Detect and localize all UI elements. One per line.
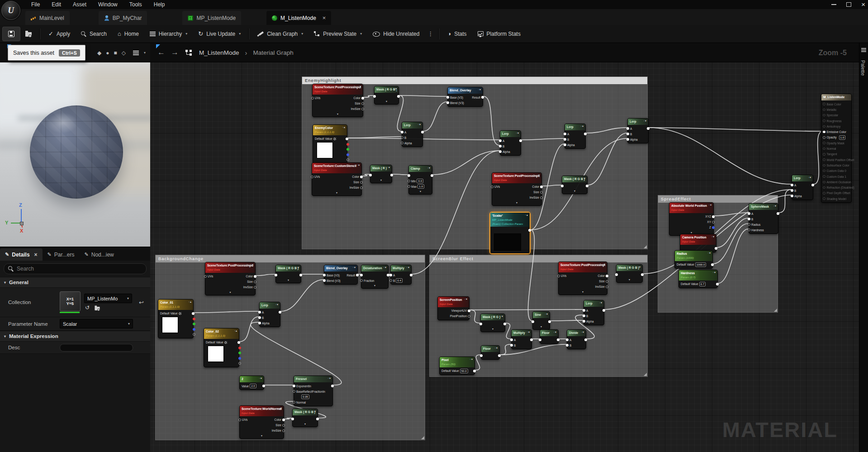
expand-caret-icon[interactable]: ▾	[533, 325, 550, 329]
collapse-down-icon[interactable]: ◦▾	[465, 297, 468, 300]
node-mask-r-g-b[interactable]: Mask ( R G B )◦▾▾	[562, 176, 588, 194]
menu-edit[interactable]: Edit	[46, 0, 67, 9]
close-icon[interactable]: ×	[34, 252, 38, 258]
pin[interactable]	[503, 323, 506, 325]
value-box[interactable]: 0.05	[301, 395, 309, 399]
collapse-down-icon[interactable]: ◦▾	[516, 131, 519, 134]
node-camera-position[interactable]: Camera Position◦▾Input Data	[680, 234, 716, 252]
toolbar-clean-graph-button[interactable]: Clean Graph▾	[252, 27, 308, 41]
node-lerp[interactable]: Lerp◦▾ABAlpha	[564, 124, 586, 149]
pin[interactable]	[238, 362, 241, 365]
pin[interactable]	[528, 229, 531, 232]
pin[interactable]	[557, 275, 560, 277]
node-mask-r-g-b[interactable]: Mask ( R G B )◦▾▾	[374, 86, 399, 105]
parameter-name-dropdown[interactable]: Scalar ▾	[60, 319, 133, 328]
expand-caret-icon[interactable]: ▾	[617, 278, 642, 282]
pin[interactable]	[606, 280, 608, 283]
pin[interactable]	[715, 247, 717, 250]
collapse-down-icon[interactable]: ◦▾	[500, 314, 503, 318]
collapse-down-icon[interactable]: ◦▾	[537, 173, 540, 176]
forward-arrow-icon[interactable]: →	[171, 48, 179, 57]
expand-caret-icon[interactable]: ▾	[313, 113, 363, 117]
pin[interactable]	[373, 95, 376, 98]
pin[interactable]	[606, 275, 608, 277]
pin[interactable]	[823, 181, 825, 184]
pin[interactable]	[777, 212, 779, 215]
toolbar-save-button[interactable]	[3, 27, 20, 41]
pin[interactable]	[346, 138, 348, 140]
pin[interactable]	[564, 143, 566, 146]
pin[interactable]	[193, 323, 195, 325]
plane-shape-icon[interactable]: ◇	[122, 50, 126, 56]
value-box[interactable]: 50.0	[460, 369, 468, 373]
node-divide[interactable]: Divide◦▾AB	[567, 329, 586, 349]
cylinder-shape-icon[interactable]: ◆	[97, 50, 101, 56]
use-selected-icon[interactable]: ↺	[85, 305, 90, 311]
node-pixel[interactable]: Pixel◦▾Param (50)Default Value50.0	[439, 357, 475, 375]
node-spheremask[interactable]: SphereMask◦▾ABRadiusHardness	[749, 203, 778, 234]
node-scalar[interactable]: 'Scalar'◦▴MP_ListenMode(float1) Collecti…	[490, 212, 530, 254]
expand-caret-icon[interactable]: ▾	[276, 279, 301, 283]
node-multiply[interactable]: Multiply◦▾AB	[511, 329, 532, 349]
value-box[interactable]: 1000.0	[695, 262, 707, 267]
collapse-down-icon[interactable]: ◦▾	[279, 406, 282, 409]
node-scenetexture-postprocessinput0[interactable]: SceneTexture:PostProcessInput0◦▾Input Da…	[312, 84, 363, 117]
collapse-down-icon[interactable]: ◦▾	[644, 119, 647, 122]
node-scenetexture-postprocessinput0[interactable]: SceneTexture:PostProcessInput0◦▾Input Da…	[492, 172, 542, 206]
pin[interactable]	[540, 186, 543, 188]
breadcrumb-asset[interactable]: M_ListenMode	[199, 49, 239, 56]
pin[interactable]	[586, 185, 588, 187]
node-lerp[interactable]: Lerp◦▾ABAlpha	[500, 130, 521, 156]
node-enemycolor[interactable]: EnemyColor◦▴Param (1,1,1,0)Default Value	[313, 124, 347, 164]
pin[interactable]	[279, 311, 281, 314]
toolbar-live-update-button[interactable]: ↻Live Update▾	[193, 27, 246, 41]
collapse-down-icon[interactable]: ◦▾	[358, 85, 361, 88]
toolbar-apply-button[interactable]: ✓Apply	[43, 27, 76, 41]
pin[interactable]	[401, 142, 403, 144]
pin[interactable]	[823, 158, 825, 161]
pin[interactable]	[823, 103, 825, 105]
collapse-down-icon[interactable]: ◦▾	[773, 204, 777, 207]
pin[interactable]	[193, 328, 195, 331]
toolbar-home-button[interactable]: ⌂Home	[112, 27, 144, 41]
collapse-down-icon[interactable]: ◦▾	[427, 166, 431, 169]
asset-tab-mp-listenmode[interactable]: MP_ListenMode	[182, 11, 241, 25]
pin[interactable]	[468, 309, 470, 312]
value-box[interactable]: 1.0	[839, 135, 846, 140]
node-lerp[interactable]: Lerp◦▾ABAlpha	[259, 302, 280, 327]
cube-shape-icon[interactable]: ■	[114, 50, 117, 56]
node-mask-r-g-b[interactable]: Mask ( R G B )◦▾▾	[616, 264, 643, 283]
pin[interactable]	[408, 180, 410, 182]
pin[interactable]	[254, 281, 256, 283]
collapse-down-icon[interactable]: ◦▾	[711, 235, 715, 238]
toolbar-platform-stats-button[interactable]: Platform Stats	[472, 27, 526, 41]
color-swatch[interactable]	[317, 142, 333, 158]
pin[interactable]	[193, 318, 195, 320]
node-lerp[interactable]: Lerp◦▾ABAlpha	[402, 122, 423, 147]
pin[interactable]	[531, 320, 534, 323]
pin[interactable]	[510, 344, 513, 347]
pin[interactable]	[237, 341, 240, 344]
section-general[interactable]: ▾ General	[0, 277, 150, 288]
pin[interactable]	[323, 279, 326, 282]
pin[interactable]	[258, 316, 261, 319]
pin[interactable]	[823, 125, 825, 128]
node-hardness[interactable]: Hardness◦▾Param (0.7)Default Value0.7	[678, 270, 718, 288]
node-fresnel[interactable]: Fresnel◦▾ExponentInBaseReflectFractionIn…	[294, 376, 333, 406]
pin[interactable]	[262, 385, 265, 387]
node-multiply[interactable]: Multiply◦▾AB0.4	[390, 265, 412, 285]
pin[interactable]	[401, 131, 403, 133]
expand-caret-icon[interactable]: ▾	[361, 284, 388, 288]
collapse-down-icon[interactable]: ◦▾	[713, 271, 716, 274]
pin[interactable]	[408, 185, 410, 188]
viewport-menu-icon[interactable]	[133, 50, 139, 56]
unreal-logo-icon[interactable]: U	[1, 1, 20, 20]
expand-caret-icon[interactable]: ▾	[293, 423, 318, 427]
pin[interactable]	[389, 274, 392, 276]
collapse-down-icon[interactable]: ◦▾	[407, 266, 410, 269]
pin[interactable]	[254, 275, 256, 278]
pin[interactable]	[583, 314, 585, 317]
pin[interactable]	[293, 401, 295, 404]
pin[interactable]	[557, 338, 560, 341]
pin[interactable]	[641, 273, 644, 276]
